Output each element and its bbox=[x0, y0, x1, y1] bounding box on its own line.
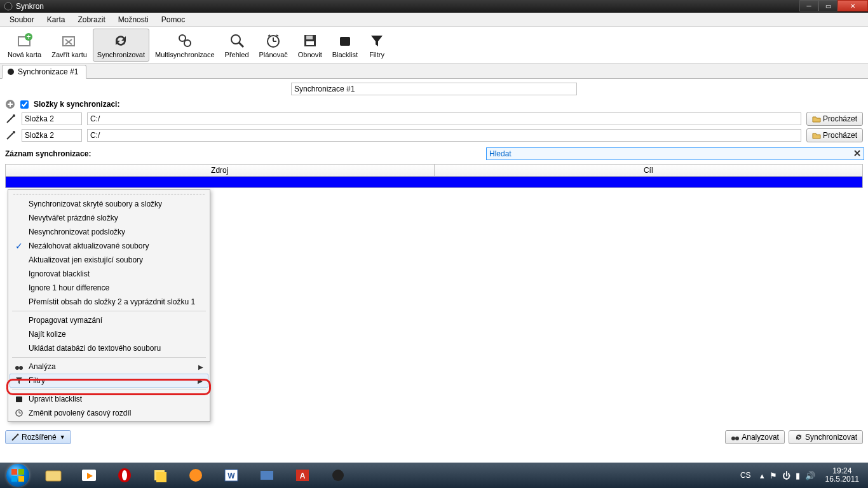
close-button[interactable]: ✕ bbox=[837, 0, 868, 11]
taskbar-word[interactable]: W bbox=[214, 463, 249, 488]
ctx-edit-blacklist[interactable]: Upravit blacklist bbox=[10, 392, 208, 406]
svg-rect-17 bbox=[340, 37, 350, 46]
folder-icon bbox=[812, 114, 821, 123]
ctx-move-contents[interactable]: Přemístit obsah do složky 2 a vyprázdnit… bbox=[10, 295, 208, 309]
sync-icon bbox=[112, 32, 130, 50]
log-label: Záznam synchronizace: bbox=[5, 149, 91, 158]
svg-point-18 bbox=[8, 69, 14, 75]
magnifier-icon bbox=[228, 32, 246, 50]
svg-point-25 bbox=[13, 131, 15, 133]
blacklist-button[interactable]: Blacklist bbox=[328, 29, 362, 62]
tray-clock[interactable]: 19:24 16.5.2011 bbox=[820, 467, 864, 484]
taskbar-synkron[interactable] bbox=[320, 463, 356, 488]
blacklist-icon bbox=[12, 395, 26, 403]
scheduler-button[interactable]: Plánovač bbox=[255, 29, 292, 62]
tray-network-icon[interactable]: ▮ bbox=[796, 471, 800, 480]
menu-card[interactable]: Karta bbox=[41, 14, 72, 25]
filters-button[interactable]: Filtry bbox=[363, 29, 390, 62]
refresh-button[interactable]: Obnovit bbox=[294, 29, 327, 62]
log-selected-row[interactable] bbox=[5, 177, 863, 188]
col-target[interactable]: Cíl bbox=[435, 165, 863, 176]
new-card-button[interactable]: + Nová karta bbox=[3, 29, 46, 62]
folder-row: Procházet bbox=[5, 112, 863, 126]
taskbar-pdf[interactable]: A bbox=[285, 463, 320, 488]
svg-line-32 bbox=[12, 435, 17, 440]
add-folder-icon[interactable] bbox=[5, 99, 15, 109]
svg-text:+: + bbox=[26, 32, 31, 41]
clear-search-icon[interactable] bbox=[853, 149, 863, 159]
ctx-ignore-blacklist[interactable]: Ignorovat blacklist bbox=[10, 267, 208, 281]
blacklist-icon bbox=[336, 32, 354, 50]
taskbar-app1[interactable] bbox=[178, 463, 214, 488]
ctx-no-empty[interactable]: Nevytvářet prázdné složky bbox=[10, 211, 208, 225]
toolbar: + Nová karta Zavřít kartu Synchronizovat… bbox=[0, 27, 868, 64]
ctx-find-collisions[interactable]: Najít kolize bbox=[10, 327, 208, 341]
wand-icon[interactable] bbox=[5, 130, 17, 141]
close-card-icon bbox=[60, 32, 78, 50]
ctx-propagate-del[interactable]: Propagovat vymazání bbox=[10, 313, 208, 327]
taskbar: W A CS ▴ ⚑ ⏻ ▮ 🔊 19:24 16.5.2011 bbox=[0, 463, 868, 488]
browse-button[interactable]: Procházet bbox=[806, 128, 863, 142]
svg-point-27 bbox=[19, 366, 23, 370]
folder-path-input[interactable] bbox=[87, 129, 801, 142]
clock-icon bbox=[264, 32, 282, 50]
taskbar-notes[interactable] bbox=[142, 463, 178, 488]
taskbar-app2[interactable] bbox=[249, 463, 285, 488]
ctx-sync-hidden[interactable]: Synchronizovat skryté soubory a složky bbox=[10, 197, 208, 211]
menu-options[interactable]: Možnosti bbox=[112, 14, 155, 25]
wand-icon[interactable] bbox=[5, 113, 17, 125]
svg-rect-28 bbox=[16, 396, 22, 402]
menu-help[interactable]: Pomoc bbox=[155, 14, 191, 25]
analyze-button[interactable]: Analyzovat bbox=[725, 430, 785, 444]
folders-checkbox[interactable] bbox=[20, 100, 29, 109]
bottom-bar: Rozšířené▼ Analyzovat Synchronizovat bbox=[5, 430, 863, 445]
tab-sync1[interactable]: Synchronizace #1 bbox=[2, 65, 86, 79]
chevron-right-icon: ▶ bbox=[198, 363, 208, 370]
maximize-button[interactable]: ▭ bbox=[818, 0, 837, 11]
taskbar-media[interactable] bbox=[71, 463, 107, 488]
browse-button[interactable]: Procházet bbox=[806, 112, 863, 126]
sync-button[interactable]: Synchronizovat bbox=[93, 29, 149, 62]
ctx-no-backup[interactable]: ✓Nezálohovat aktualizované soubory bbox=[10, 239, 208, 253]
svg-point-33 bbox=[17, 434, 19, 436]
ctx-filters[interactable]: Filtry▶ bbox=[10, 374, 208, 388]
folders-label: Složky k synchronizaci: bbox=[34, 100, 119, 109]
svg-point-9 bbox=[231, 35, 240, 44]
sync-title-input[interactable] bbox=[291, 83, 577, 95]
minimize-button[interactable]: ─ bbox=[799, 0, 818, 11]
svg-line-10 bbox=[239, 43, 243, 47]
multisync-button[interactable]: Multisynchronizace bbox=[151, 29, 219, 62]
start-button[interactable] bbox=[0, 463, 36, 488]
svg-point-23 bbox=[13, 114, 15, 117]
ctx-only-existing[interactable]: Aktualizovat jen existující soubory bbox=[10, 253, 208, 267]
ctx-no-subfolders[interactable]: Nesynchronizovat podsložky bbox=[10, 225, 208, 239]
synchronize-button[interactable]: Synchronizovat bbox=[789, 430, 863, 444]
tray-power-icon[interactable]: ⏻ bbox=[782, 471, 790, 480]
ctx-ignore-1h[interactable]: Ignore 1 hour difference bbox=[10, 281, 208, 295]
folder-path-input[interactable] bbox=[87, 112, 801, 125]
tray-flag-icon[interactable]: ⚑ bbox=[770, 471, 777, 480]
ctx-change-time[interactable]: Změnit povolený časový rozdíl bbox=[10, 406, 208, 420]
ctx-analysis[interactable]: Analýza▶ bbox=[10, 360, 208, 374]
search-input[interactable] bbox=[486, 147, 864, 160]
col-source[interactable]: Zdroj bbox=[6, 165, 435, 176]
folder-icon bbox=[812, 131, 821, 140]
check-icon: ✓ bbox=[12, 241, 26, 251]
svg-point-49 bbox=[332, 470, 344, 481]
tray-chevron-icon[interactable]: ▴ bbox=[760, 471, 764, 480]
content-area: Složky k synchronizaci: Procházet Prochá… bbox=[0, 79, 868, 192]
menu-view[interactable]: Zobrazit bbox=[71, 14, 111, 25]
new-card-icon: + bbox=[16, 32, 34, 50]
folder-name-input[interactable] bbox=[22, 129, 82, 142]
menu-file[interactable]: Soubor bbox=[3, 14, 41, 25]
close-card-button[interactable]: Zavřít kartu bbox=[47, 29, 92, 62]
overview-button[interactable]: Přehled bbox=[220, 29, 254, 62]
tray-volume-icon[interactable]: 🔊 bbox=[805, 471, 815, 480]
taskbar-opera[interactable] bbox=[107, 463, 142, 488]
advanced-button[interactable]: Rozšířené▼ bbox=[5, 430, 71, 444]
system-tray: CS ▴ ⚑ ⏻ ▮ 🔊 19:24 16.5.2011 bbox=[736, 467, 868, 484]
ctx-save-db[interactable]: Ukládat databázi do textového souboru bbox=[10, 341, 208, 355]
folder-name-input[interactable] bbox=[22, 112, 82, 125]
language-indicator[interactable]: CS bbox=[736, 471, 755, 480]
taskbar-explorer[interactable] bbox=[36, 463, 71, 488]
